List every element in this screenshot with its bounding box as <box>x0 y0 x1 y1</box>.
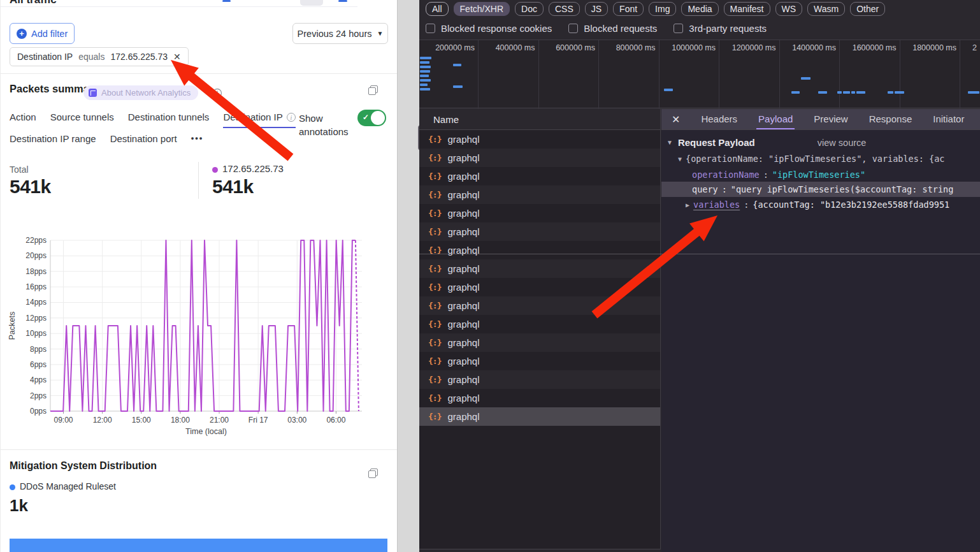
request-row[interactable]: {:}graphql <box>419 315 660 333</box>
waterfall-bar[interactable] <box>420 75 429 77</box>
network-overview-timeline[interactable]: 200000 ms400000 ms600000 ms800000 ms1000… <box>419 40 980 108</box>
detail-tab-response[interactable]: Response <box>867 109 914 129</box>
info-icon[interactable]: i <box>287 113 296 122</box>
detail-tab-headers[interactable]: Headers <box>699 109 739 129</box>
filter-pill-font[interactable]: Font <box>613 2 644 16</box>
about-network-analytics-badge[interactable]: About Network Analytics <box>83 85 198 100</box>
waterfall-bar[interactable] <box>791 91 800 94</box>
request-row[interactable]: {:}graphql <box>419 222 660 241</box>
name-column-header[interactable]: Name <box>419 109 661 130</box>
request-row[interactable]: {:}graphql <box>419 389 660 407</box>
waterfall-bar[interactable] <box>664 89 673 91</box>
checkbox-box[interactable] <box>568 24 578 33</box>
waterfall-bar[interactable] <box>851 91 855 94</box>
filter-pill-ws[interactable]: WS <box>775 2 803 16</box>
filter-pill-manifest[interactable]: Manifest <box>724 2 770 16</box>
waterfall-bar[interactable] <box>843 91 850 94</box>
waterfall-bar[interactable] <box>856 91 865 94</box>
filter-pill-fetch-xhr[interactable]: Fetch/XHR <box>454 2 510 16</box>
detail-tab-initiator[interactable]: Initiator <box>931 109 966 129</box>
waterfall-bar[interactable] <box>420 61 429 64</box>
tab-source-tunnels[interactable]: Source tunnels <box>50 112 114 127</box>
request-row[interactable]: {:}graphql <box>419 185 660 204</box>
clock-icon[interactable] <box>212 88 222 98</box>
waterfall-bar[interactable] <box>453 64 461 66</box>
remove-filter-icon[interactable]: ✕ <box>173 52 181 62</box>
add-filter-button[interactable]: + Add filter <box>10 23 75 44</box>
packets-timeseries-chart[interactable]: 0pps2pps4pps6pps8pps10pps12pps14pps16pps… <box>1 228 398 442</box>
close-icon[interactable]: ✕ <box>672 113 680 126</box>
tab-destination-port[interactable]: Destination port <box>110 133 177 149</box>
show-annotations-toggle[interactable]: ✓ <box>357 110 386 126</box>
waterfall-bar[interactable] <box>420 66 431 68</box>
filter-pill-js[interactable]: JS <box>585 2 608 16</box>
checkbox-box[interactable] <box>426 24 435 33</box>
waterfall-bar[interactable] <box>895 91 904 94</box>
checkbox-blocked-response-cookies[interactable]: Blocked response cookies <box>426 23 552 34</box>
svg-text:22pps: 22pps <box>25 236 47 245</box>
payload-row-query[interactable]: query: "query ipFlowTimeseries($accountT… <box>661 182 980 197</box>
request-name: graphql <box>447 134 479 145</box>
waterfall-bar[interactable] <box>420 57 431 59</box>
request-row[interactable]: {:}graphql <box>419 167 660 185</box>
checkbox-3rd-party-requests[interactable]: 3rd-party requests <box>674 23 767 34</box>
filter-chip[interactable]: Destination IP equals 172.65.225.73 ✕ <box>10 47 189 66</box>
request-row[interactable]: {:}graphql <box>419 407 660 426</box>
mitigation-bar[interactable] <box>10 539 387 552</box>
expand-card-icon[interactable] <box>368 468 378 478</box>
request-payload-section[interactable]: ▼ Request Payload view source <box>667 137 866 148</box>
waterfall-bar[interactable] <box>420 79 431 82</box>
request-row[interactable]: {:}graphql <box>419 370 660 389</box>
checkbox-blocked-requests[interactable]: Blocked requests <box>568 23 657 34</box>
checkbox-box[interactable] <box>674 24 683 33</box>
filter-pill-media[interactable]: Media <box>681 2 718 16</box>
waterfall-bar[interactable] <box>420 70 430 73</box>
payload-preview-row[interactable]: ▼ {operationName: "ipFlowTimeseries", va… <box>661 151 980 166</box>
request-row[interactable]: {:}graphql <box>419 130 660 149</box>
request-row[interactable]: {:}graphql <box>419 259 660 278</box>
request-name: graphql <box>447 263 479 274</box>
waterfall-bar[interactable] <box>420 84 428 86</box>
tab-destination-tunnels[interactable]: Destination tunnels <box>128 112 210 127</box>
request-row[interactable]: {:}graphql <box>419 241 660 259</box>
mitigation-value: 1k <box>10 496 28 516</box>
filter-pill-css[interactable]: CSS <box>549 2 580 16</box>
request-row[interactable]: {:}graphql <box>419 352 660 370</box>
filter-pill-all[interactable]: All <box>426 2 449 16</box>
request-row[interactable]: {:}graphql <box>419 204 660 222</box>
json-key: operationName <box>692 170 760 180</box>
filter-operator: equals <box>78 52 104 62</box>
filter-pill-img[interactable]: Img <box>649 2 676 16</box>
waterfall-bar[interactable] <box>818 91 827 94</box>
json-braces-icon: {:} <box>428 375 441 384</box>
timeline-tick-label: 800000 ms <box>616 43 656 52</box>
more-tabs-button[interactable]: ••• <box>191 133 204 143</box>
total-value: 541k <box>10 176 51 198</box>
tab-destination-ip-range[interactable]: Destination IP range <box>10 133 96 149</box>
request-row[interactable]: {:}graphql <box>419 296 660 315</box>
request-row[interactable]: {:}graphql <box>419 333 660 352</box>
svg-text:Time (local): Time (local) <box>185 427 227 436</box>
filter-pill-other[interactable]: Other <box>850 2 885 16</box>
filter-pill-doc[interactable]: Doc <box>515 2 544 16</box>
filter-pill-wasm[interactable]: Wasm <box>807 2 845 16</box>
waterfall-bar[interactable] <box>837 91 842 94</box>
svg-text:09:00: 09:00 <box>54 416 73 425</box>
tab-destination-ip[interactable]: Destination IPi <box>223 112 295 128</box>
waterfall-bar[interactable] <box>968 91 979 94</box>
devtools-pane: AllFetch/XHRDocCSSJSFontImgMediaManifest… <box>419 0 980 552</box>
payload-row-variables[interactable]: ▶ variables: {accountTag: "b12e3b2192ee5… <box>661 197 980 212</box>
request-row[interactable]: {:}graphql <box>419 149 660 167</box>
time-range-dropdown[interactable]: Previous 24 hours ▼ <box>292 23 388 44</box>
detail-tab-payload[interactable]: Payload <box>756 109 795 129</box>
detail-tab-preview[interactable]: Preview <box>812 109 849 129</box>
waterfall-bar[interactable] <box>453 85 463 88</box>
expand-card-icon[interactable] <box>368 85 378 95</box>
view-source-link[interactable]: view source <box>818 138 867 148</box>
tab-action[interactable]: Action <box>10 112 36 127</box>
waterfall-bar[interactable] <box>801 77 811 80</box>
payload-row-operationname[interactable]: operationName: "ipFlowTimeseries" <box>661 167 980 182</box>
request-row[interactable]: {:}graphql <box>419 278 660 296</box>
waterfall-bar[interactable] <box>420 88 430 91</box>
waterfall-bar[interactable] <box>888 91 893 94</box>
